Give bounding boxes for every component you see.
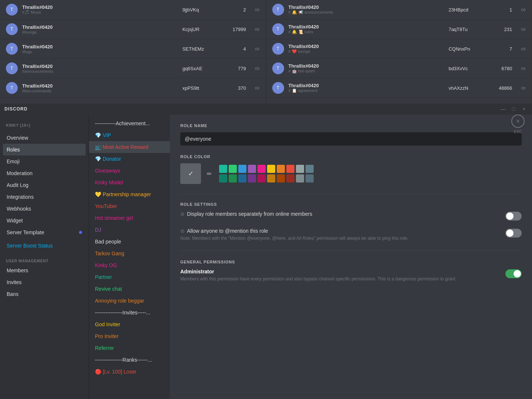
server-boost-item[interactable]: Server Boost Status [3, 240, 86, 252]
color-swatch[interactable] [306, 174, 314, 183]
close-panel-button[interactable]: × ESC [511, 115, 525, 134]
color-swatch[interactable] [306, 165, 314, 173]
color-swatch[interactable] [286, 165, 294, 173]
sidebar-item-overview[interactable]: Overview [3, 132, 86, 144]
role-list-item[interactable]: DJ [89, 224, 170, 236]
notification-dot [79, 231, 82, 234]
close-button[interactable]: × [520, 106, 528, 112]
role-list-item[interactable]: 💎 Donator [89, 153, 170, 165]
invite-count: 7 [490, 46, 512, 52]
user-name: Thrallix#0420 [289, 83, 444, 88]
sidebar-item-audit-log[interactable]: Audit Log [3, 179, 86, 191]
sidebar-item-roles[interactable]: Roles [3, 144, 86, 156]
invite-code: 9jjbVKq [183, 7, 219, 13]
toggle-knob-admin [514, 270, 521, 277]
color-swatch[interactable] [258, 174, 266, 183]
sidebar-item-moderation[interactable]: Moderation [3, 167, 86, 179]
minimize-button[interactable]: — [499, 106, 507, 112]
top-data-section: T Thrallix#0420 #🎵 Music 9jjbVKq 2 ∞ T T… [0, 0, 532, 103]
user-name: Thrallix#0420 [22, 4, 178, 10]
administrator-toggle[interactable] [505, 269, 522, 278]
color-preview-swatch[interactable]: ✓ [180, 163, 201, 184]
color-swatch[interactable] [267, 165, 275, 173]
user-name: Thrallix#0420 [289, 44, 444, 49]
close-circle-icon[interactable]: × [511, 115, 525, 128]
user-info: Thrallix#0420 # ❤️ lounge [289, 44, 444, 54]
infinity-icon: ∞ [255, 65, 260, 72]
role-list-item[interactable]: ------------Achievement... [89, 117, 170, 129]
administrator-title: Administrator [180, 269, 456, 274]
sidebar-item-emoji[interactable]: Emoji [3, 156, 86, 167]
display-separately-toggle[interactable] [505, 212, 522, 221]
color-swatch[interactable] [229, 165, 237, 173]
user-name: Thrallix#0420 [289, 24, 444, 30]
color-swatch[interactable] [267, 174, 275, 183]
sidebar-item-integrations[interactable]: Integrations [3, 191, 86, 203]
sidebar-item-server-template[interactable]: Server Template [3, 226, 86, 238]
avatar: T [272, 62, 284, 74]
invite-code: 7aqT8Tu [449, 27, 485, 32]
color-swatch[interactable] [277, 174, 285, 183]
role-list-item[interactable]: Partner [89, 271, 170, 283]
role-name-input[interactable] [180, 132, 522, 146]
color-swatch[interactable] [238, 165, 246, 173]
table-row: T Thrallix#0420 #announcements gq6SxAE 7… [0, 59, 266, 78]
role-list-item[interactable]: Referrer [89, 342, 170, 354]
user-info: Thrallix#0420 #lounge [22, 24, 178, 34]
allow-mention-row: ⊘ Allow anyone to @mention this role Not… [180, 228, 522, 242]
allow-mention-toggle[interactable] [505, 229, 522, 238]
role-list-item[interactable]: Kinky OG [89, 259, 170, 271]
user-channel: # 📋 agreement [289, 88, 444, 93]
color-swatch[interactable] [248, 165, 256, 173]
window-controls[interactable]: — □ × [499, 106, 528, 112]
sidebar-item-bans[interactable]: Bans [3, 288, 86, 300]
maximize-button[interactable]: □ [510, 106, 517, 112]
allow-mention-content: ⊘ Allow anyone to @mention this role Not… [180, 228, 498, 242]
role-list-item[interactable]: 📺 Most Active Reward [89, 141, 170, 153]
sidebar-item-webhooks[interactable]: Webhooks [3, 203, 86, 215]
user-channel: # 🔔 📢 announcements [289, 10, 444, 15]
role-list-item[interactable]: ----------------Ranks------... [89, 354, 170, 366]
role-list-item[interactable]: Bad people [89, 236, 170, 248]
color-swatch[interactable] [229, 174, 237, 183]
infinity-icon: ∞ [255, 45, 260, 53]
color-swatch[interactable] [296, 165, 304, 173]
user-info: Thrallix#0420 # 🔔 📜 rules [289, 24, 444, 34]
right-table: T Thrallix#0420 # 🔔 📢 announcements 23HB… [266, 0, 532, 103]
sidebar-item-widget[interactable]: Widget [3, 215, 86, 226]
role-list-item[interactable]: Tarkov Gang [89, 248, 170, 259]
color-swatch[interactable] [296, 174, 304, 183]
user-name: Thrallix#0420 [22, 83, 178, 89]
role-list-item[interactable]: 💎 VIP [89, 129, 170, 141]
invite-count: 17999 [224, 27, 246, 32]
color-swatch[interactable] [219, 174, 227, 183]
role-list-item[interactable]: YouTuber [89, 200, 170, 212]
role-list-item[interactable]: Giveaways [89, 165, 170, 177]
role-list-item[interactable]: Hot streamer girl [89, 212, 170, 224]
role-list-item[interactable]: Kinky Model [89, 177, 170, 188]
display-icon: ⊘ [180, 211, 185, 217]
color-swatch[interactable] [248, 174, 256, 183]
color-swatch[interactable] [258, 165, 266, 173]
sidebar-item-invites[interactable]: Invites [3, 276, 86, 288]
user-channel: # ❤️ lounge [289, 49, 444, 54]
role-list-item[interactable]: 💛 Partnership manager [89, 188, 170, 200]
invite-code: gq6SxAE [183, 66, 219, 71]
color-picker-row: ✓ ✏ [180, 163, 522, 184]
pencil-icon[interactable]: ✏ [207, 170, 212, 177]
role-list-item[interactable]: ----------------Invites-----... [89, 307, 170, 318]
user-name: Thrallix#0420 [22, 24, 178, 30]
invite-count: 6780 [490, 66, 512, 71]
color-swatch[interactable] [238, 174, 246, 183]
color-swatch[interactable] [277, 165, 285, 173]
role-list-item[interactable]: 🔴 [Lv. 100] Loser [89, 366, 170, 378]
color-swatch[interactable] [219, 165, 227, 173]
role-list-item[interactable]: Pro Inviter [89, 330, 170, 342]
sidebar-item-members[interactable]: Members [3, 265, 86, 276]
table-row: T Thrallix#0420 # 📋 agreement vhAXzzN 48… [266, 78, 532, 98]
role-list-item[interactable]: God Inviter [89, 318, 170, 330]
color-swatch[interactable] [286, 174, 294, 183]
role-list-item[interactable]: Annoying role beggar [89, 295, 170, 307]
infinity-icon: ∞ [255, 25, 260, 33]
role-list-item[interactable]: Revive chat [89, 283, 170, 295]
